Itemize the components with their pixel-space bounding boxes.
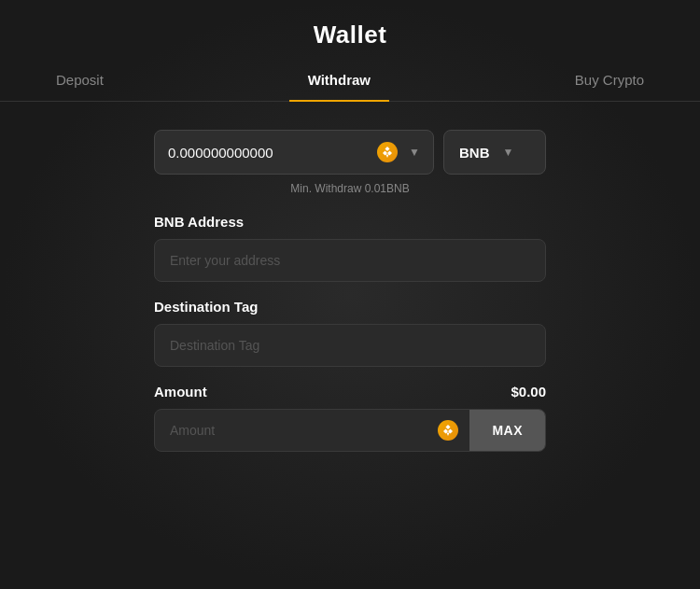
amount-label: Amount [154, 384, 207, 400]
bnb-address-input[interactable] [154, 239, 546, 282]
amount-input[interactable] [155, 410, 427, 451]
amount-input-with-max: MAX [154, 409, 546, 452]
amount-row: 0.000000000000 ▼ BNB ▼ [154, 130, 546, 175]
amount-display: 0.000000000000 [168, 145, 370, 161]
bnb-address-label: BNB Address [154, 214, 546, 230]
destination-tag-group: Destination Tag [154, 299, 546, 367]
destination-tag-label: Destination Tag [154, 299, 546, 315]
page-title: Wallet [314, 21, 387, 49]
min-withdraw-text: Min. Withdraw 0.01BNB [154, 182, 546, 195]
currency-select[interactable]: BNB ▼ [443, 130, 546, 175]
tab-deposit[interactable]: Deposit [37, 59, 122, 101]
amount-chevron-icon: ▼ [409, 146, 420, 159]
content-area: 0.000000000000 ▼ BNB ▼ Min. Withdraw 0.0… [0, 120, 700, 470]
svg-marker-0 [385, 147, 390, 151]
amount-bnb-icon [427, 410, 469, 451]
amount-usd-value: $0.00 [511, 384, 546, 400]
bnb-coin-icon [377, 142, 398, 162]
amount-section: Amount $0.00 MAX [154, 384, 546, 452]
page-wrapper: Wallet Deposit Withdraw Buy Crypto 0.000… [0, 0, 700, 589]
amount-input-box[interactable]: 0.000000000000 ▼ [154, 130, 434, 175]
svg-marker-4 [446, 425, 451, 429]
svg-marker-3 [385, 153, 390, 159]
currency-label: BNB [459, 145, 490, 161]
amount-bnb-coin-icon [438, 420, 458, 441]
bnb-address-group: BNB Address [154, 214, 546, 282]
amount-header: Amount $0.00 [154, 384, 546, 400]
max-button[interactable]: MAX [469, 410, 545, 451]
currency-chevron-icon: ▼ [503, 146, 514, 159]
tab-buy-crypto[interactable]: Buy Crypto [556, 59, 663, 101]
tab-withdraw[interactable]: Withdraw [289, 59, 389, 101]
svg-marker-7 [446, 431, 451, 437]
destination-tag-input[interactable] [154, 324, 546, 367]
tabs-nav: Deposit Withdraw Buy Crypto [0, 59, 700, 102]
